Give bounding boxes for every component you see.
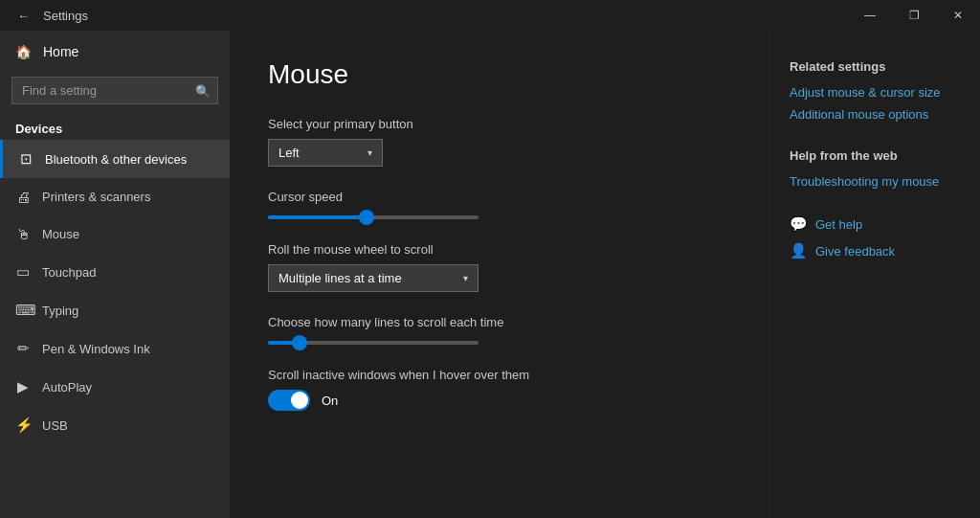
titlebar-left: ← Settings: [11, 5, 88, 27]
home-icon: 🏠: [15, 44, 32, 59]
feedback-icon: 👤: [790, 242, 808, 259]
cursor-speed-label: Cursor speed: [268, 190, 731, 204]
get-help-label: Get help: [815, 217, 862, 232]
scroll-direction-label: Roll the mouse wheel to scroll: [268, 242, 731, 257]
usb-icon: ⚡: [15, 417, 31, 434]
scroll-lines-slider[interactable]: [268, 341, 479, 345]
help-icon: 💬: [790, 215, 808, 233]
adjust-cursor-link[interactable]: Adjust mouse & cursor size: [790, 85, 961, 100]
sidebar-item-mouse[interactable]: 🖱 Mouse: [0, 215, 230, 253]
help-title: Help from the web: [790, 148, 961, 163]
right-panel: Related settings Adjust mouse & cursor s…: [769, 31, 980, 518]
scroll-inactive-toggle-label: On: [322, 394, 338, 408]
autoplay-icon: ▶: [15, 378, 31, 395]
cursor-speed-thumb[interactable]: [359, 210, 374, 225]
scroll-lines-section: Choose how many lines to scroll each tim…: [268, 315, 731, 345]
sidebar-item-typing-label: Typing: [42, 304, 78, 318]
home-label: Home: [43, 44, 78, 59]
scroll-inactive-row: On: [268, 390, 731, 411]
scroll-direction-section: Roll the mouse wheel to scroll Multiple …: [268, 242, 731, 292]
sidebar-search-container: 🔍: [11, 77, 218, 104]
sidebar-home-button[interactable]: 🏠 Home: [0, 31, 230, 73]
give-feedback-label: Give feedback: [815, 244, 895, 259]
sidebar-item-bluetooth-label: Bluetooth & other devices: [45, 152, 187, 167]
related-settings-title: Related settings: [790, 59, 961, 74]
sidebar-item-printers-label: Printers & scanners: [42, 190, 150, 204]
primary-button-value: Left: [278, 146, 300, 160]
additional-options-link[interactable]: Additional mouse options: [790, 107, 961, 122]
sidebar-item-bluetooth[interactable]: ⊡ Bluetooth & other devices: [0, 140, 230, 178]
cursor-speed-section: Cursor speed: [268, 190, 731, 219]
sidebar-item-typing[interactable]: ⌨ Typing: [0, 291, 230, 329]
scroll-inactive-section: Scroll inactive windows when I hover ove…: [268, 368, 731, 411]
sidebar-item-touchpad-label: Touchpad: [42, 265, 96, 280]
toggle-knob: [291, 392, 308, 409]
touchpad-icon: ▭: [15, 263, 31, 281]
get-help-action[interactable]: 💬 Get help: [790, 215, 961, 233]
scroll-direction-value: Multiple lines at a time: [278, 271, 402, 285]
pen-icon: ✏: [15, 340, 31, 357]
close-button[interactable]: ✕: [936, 0, 980, 31]
scroll-direction-dropdown[interactable]: Multiple lines at a time ▾: [268, 264, 479, 292]
sidebar-item-autoplay[interactable]: ▶ AutoPlay: [0, 368, 230, 406]
troubleshoot-link[interactable]: Troubleshooting my mouse: [790, 174, 961, 189]
printer-icon: 🖨: [15, 189, 31, 205]
cursor-speed-fill: [268, 215, 367, 219]
back-button[interactable]: ←: [11, 5, 35, 27]
restore-button[interactable]: ❐: [892, 0, 936, 31]
titlebar-title: Settings: [43, 9, 88, 23]
typing-icon: ⌨: [15, 302, 31, 319]
sidebar-item-autoplay-label: AutoPlay: [42, 380, 92, 394]
primary-button-section: Select your primary button Left ▾: [268, 117, 731, 167]
search-icon: 🔍: [195, 83, 211, 98]
chevron-down-icon-2: ▾: [463, 273, 468, 283]
sidebar-item-mouse-label: Mouse: [42, 227, 79, 241]
minimize-button[interactable]: —: [848, 0, 892, 31]
bluetooth-icon: ⊡: [18, 150, 33, 168]
sidebar-item-usb[interactable]: ⚡ USB: [0, 406, 230, 444]
titlebar: ← Settings — ❐ ✕: [0, 0, 980, 31]
chevron-down-icon: ▾: [368, 147, 372, 158]
scroll-inactive-toggle[interactable]: [268, 390, 310, 411]
scroll-lines-thumb[interactable]: [292, 335, 307, 350]
sidebar-item-printers[interactable]: 🖨 Printers & scanners: [0, 178, 230, 215]
scroll-lines-label: Choose how many lines to scroll each tim…: [268, 315, 731, 329]
primary-button-dropdown[interactable]: Left ▾: [268, 139, 383, 167]
primary-button-label: Select your primary button: [268, 117, 731, 131]
sidebar-item-touchpad[interactable]: ▭ Touchpad: [0, 253, 230, 291]
sidebar-item-usb-label: USB: [42, 418, 68, 433]
cursor-speed-slider[interactable]: [268, 215, 479, 219]
sidebar-item-pen-label: Pen & Windows Ink: [42, 342, 150, 356]
titlebar-controls: — ❐ ✕: [848, 0, 980, 31]
sidebar: 🏠 Home 🔍 Devices ⊡ Bluetooth & other dev…: [0, 31, 230, 518]
mouse-icon: 🖱: [15, 226, 31, 242]
page-title: Mouse: [268, 59, 731, 90]
search-input[interactable]: [11, 77, 218, 104]
divider: [790, 129, 961, 148]
sidebar-item-pen[interactable]: ✏ Pen & Windows Ink: [0, 329, 230, 368]
main-panel: Mouse Select your primary button Left ▾ …: [230, 31, 769, 518]
app-body: 🏠 Home 🔍 Devices ⊡ Bluetooth & other dev…: [0, 31, 980, 518]
divider2: [790, 196, 961, 215]
scroll-inactive-label: Scroll inactive windows when I hover ove…: [268, 368, 731, 382]
sidebar-section-label: Devices: [0, 112, 230, 140]
give-feedback-action[interactable]: 👤 Give feedback: [790, 242, 961, 259]
